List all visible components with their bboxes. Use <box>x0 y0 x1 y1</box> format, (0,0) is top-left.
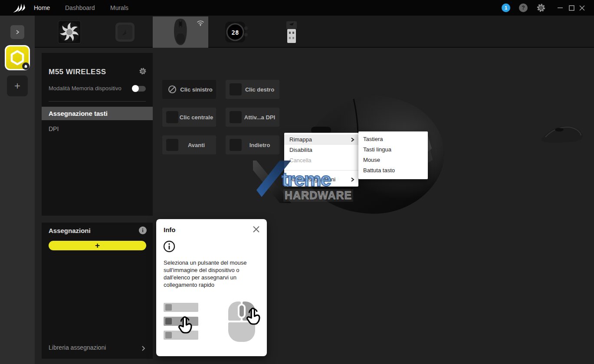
keyboard-device-icon <box>115 22 135 42</box>
menu-dpi[interactable]: DPI <box>42 123 153 135</box>
device-tile-dongle[interactable] <box>264 16 319 48</box>
click-hand-cursor-icon <box>175 315 196 335</box>
key-button-label: Clic centrale <box>178 114 216 121</box>
toggle-knob <box>132 85 139 92</box>
key-square-icon <box>230 139 242 151</box>
profile-sidebar: + <box>0 16 35 364</box>
list-row-icon <box>165 318 172 325</box>
info-circle-icon <box>163 240 175 253</box>
profile-home-badge <box>22 62 30 70</box>
key-button-label: Clic destro <box>242 86 279 93</box>
notification-badge[interactable]: 1 <box>502 3 510 12</box>
corsair-logo-icon[interactable] <box>12 2 27 13</box>
key-square-icon <box>230 83 242 95</box>
assignment-library-link[interactable]: Libreria assegnazioni <box>49 344 106 351</box>
add-profile-button[interactable]: + <box>7 75 28 96</box>
click-hand-cursor-icon <box>243 306 264 327</box>
device-tile-cooler[interactable]: 28 <box>208 16 264 48</box>
title-bar: Home Dashboard Murals 1 ? <box>0 0 594 16</box>
icue-window: Home Dashboard Murals 1 ? <box>0 0 594 364</box>
submenu-arrow-icon <box>350 137 355 142</box>
sidebar-expand-button[interactable] <box>10 25 24 39</box>
context-menu: Rimappa Disabilita Cancella Altre assegn… <box>284 133 358 187</box>
cooler-device-icon: 28 <box>224 20 248 44</box>
memory-mode-label: Modalità Memoria dispositivo <box>49 85 140 92</box>
popup-close-icon[interactable] <box>253 226 260 233</box>
minimize-button[interactable] <box>555 0 565 16</box>
divider <box>49 101 146 102</box>
settings-gear-icon[interactable] <box>536 3 546 13</box>
close-button[interactable] <box>577 0 587 16</box>
popup-body-text: Seleziona un pulsante del mouse sull'imm… <box>164 259 250 289</box>
key-button-back[interactable]: Indietro <box>226 135 279 154</box>
key-button-left-click[interactable]: Clic sinistro <box>162 80 216 99</box>
menu-item-clear: Cancella <box>284 155 358 166</box>
list-row-icon <box>165 304 172 311</box>
info-icon[interactable]: i <box>139 226 147 234</box>
device-gear-icon[interactable] <box>139 67 147 75</box>
memory-mode-toggle[interactable] <box>133 86 146 92</box>
key-button-label: Attiv...a DPI <box>242 114 279 121</box>
chevron-right-icon[interactable] <box>141 345 146 351</box>
nav-dashboard[interactable]: Dashboard <box>65 4 95 11</box>
nav-murals[interactable]: Murals <box>110 4 128 11</box>
remap-submenu: Tastiera Tasti lingua Mouse Battuta tast… <box>358 131 428 179</box>
wireless-icon <box>196 19 205 26</box>
device-title: M55 WIRELESS <box>49 68 106 76</box>
submenu-item-keyboard[interactable]: Tastiera <box>358 134 428 144</box>
submenu-item-keystroke[interactable]: Battuta tasto <box>358 165 428 176</box>
device-settings-panel: M55 WIRELESS Modalità Memoria dispositiv… <box>42 53 153 216</box>
active-profile-tile[interactable] <box>5 45 30 70</box>
mouse-device-icon <box>172 18 189 46</box>
key-button-middle-click[interactable]: Clic centrale <box>162 108 216 127</box>
usb-dongle-icon <box>285 21 298 43</box>
maximize-button[interactable] <box>566 0 577 16</box>
key-button-forward[interactable]: Avanti <box>162 135 216 154</box>
key-button-label: Clic sinistro <box>178 86 216 93</box>
menu-divider <box>284 170 358 171</box>
device-tile-mouse-selected[interactable] <box>153 16 208 48</box>
secondary-mouse-image[interactable] <box>539 122 585 145</box>
info-popup: Info Seleziona un pulsante del mouse sul… <box>156 219 267 356</box>
assignments-title: Assegnazioni <box>49 227 91 234</box>
menu-item-disable[interactable]: Disabilita <box>284 145 358 155</box>
add-assignment-button[interactable]: + <box>49 241 146 250</box>
menu-item-remap[interactable]: Rimappa <box>284 134 358 145</box>
list-row-icon <box>165 332 172 338</box>
key-square-icon <box>166 111 178 123</box>
device-tile-fan[interactable] <box>42 16 97 48</box>
submenu-arrow-icon <box>350 177 355 182</box>
popup-title: Info <box>164 226 176 233</box>
list-row <box>164 303 198 312</box>
home-icon <box>24 64 28 68</box>
key-square-icon <box>230 111 242 123</box>
svg-text:28: 28 <box>232 29 239 36</box>
disabled-icon <box>166 83 178 95</box>
fan-device-icon <box>58 20 81 44</box>
menu-item-other-assignments[interactable]: Altre assegnazioni <box>284 174 358 185</box>
profile-hexagon-icon <box>10 50 25 66</box>
key-button-label: Avanti <box>178 142 216 148</box>
submenu-item-mouse[interactable]: Mouse <box>358 155 428 165</box>
device-tile-keyboard[interactable] <box>97 16 153 48</box>
key-button-dpi[interactable]: Attiv...a DPI <box>226 108 279 127</box>
device-strip: 28 <box>35 16 594 48</box>
chevron-right-icon <box>15 30 20 35</box>
nav-home[interactable]: Home <box>34 4 50 11</box>
key-square-icon <box>166 139 178 151</box>
menu-key-assignment[interactable]: Assegnazione tasti <box>42 107 153 120</box>
assignments-panel: Assegnazioni i + Libreria assegnazioni <box>42 223 153 359</box>
submenu-item-language-keys[interactable]: Tasti lingua <box>358 144 428 155</box>
key-button-label: Indietro <box>242 142 279 148</box>
help-icon[interactable]: ? <box>519 3 528 12</box>
menu-item-label: Altre assegnazioni <box>289 176 335 183</box>
menu-item-label: Rimappa <box>289 136 312 143</box>
key-button-right-click[interactable]: Clic destro <box>226 80 279 99</box>
